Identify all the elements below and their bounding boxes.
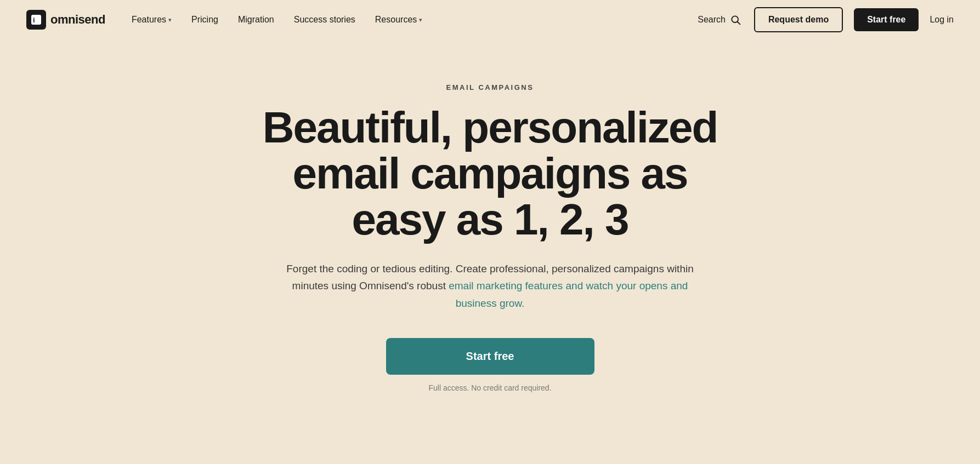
chevron-down-icon: ▾: [168, 16, 172, 24]
chevron-down-icon: ▾: [419, 16, 422, 24]
start-free-hero-button[interactable]: Start free: [386, 338, 594, 375]
request-demo-button[interactable]: Request demo: [754, 7, 843, 32]
nav-link-pricing[interactable]: Pricing: [191, 15, 218, 25]
hero-teal-text: email marketing features and watch your …: [449, 280, 688, 308]
hero-section: EMAIL CAMPAIGNS Beautiful, personalized …: [0, 39, 980, 425]
navbar: i omnisend Features ▾ Pricing Migration: [0, 0, 980, 39]
login-link[interactable]: Log in: [930, 15, 954, 25]
nav-link-success-stories[interactable]: Success stories: [294, 15, 355, 25]
nav-item-features[interactable]: Features ▾: [132, 15, 172, 25]
hero-subtext: Full access. No credit card required.: [428, 383, 551, 392]
nav-link-migration[interactable]: Migration: [238, 15, 274, 25]
nav-item-resources[interactable]: Resources ▾: [375, 15, 422, 25]
logo-icon: i: [26, 10, 46, 30]
hero-description: Forget the coding or tedious editing. Cr…: [282, 260, 699, 312]
svg-line-3: [738, 22, 740, 25]
navbar-left: i omnisend Features ▾ Pricing Migration: [26, 10, 422, 30]
navbar-right: Search Request demo Start free Log in: [695, 7, 954, 32]
nav-item-migration[interactable]: Migration: [238, 15, 274, 25]
nav-link-features[interactable]: Features ▾: [132, 15, 172, 25]
start-free-nav-button[interactable]: Start free: [854, 8, 919, 31]
hero-description-text: Forget the coding or tedious editing. Cr…: [286, 263, 693, 309]
search-label: Search: [698, 15, 726, 25]
hero-title: Beautiful, personalized email campaigns …: [243, 105, 737, 243]
nav-link-resources[interactable]: Resources ▾: [375, 15, 422, 25]
hero-eyebrow: EMAIL CAMPAIGNS: [446, 83, 534, 91]
search-icon: [730, 14, 741, 25]
logo-text: omnisend: [50, 13, 105, 27]
search-button[interactable]: Search: [695, 10, 743, 30]
logo[interactable]: i omnisend: [26, 10, 105, 30]
svg-text:i: i: [33, 16, 35, 24]
nav-links: Features ▾ Pricing Migration Success sto…: [132, 15, 422, 25]
nav-item-success-stories[interactable]: Success stories: [294, 15, 355, 25]
nav-item-pricing[interactable]: Pricing: [191, 15, 218, 25]
